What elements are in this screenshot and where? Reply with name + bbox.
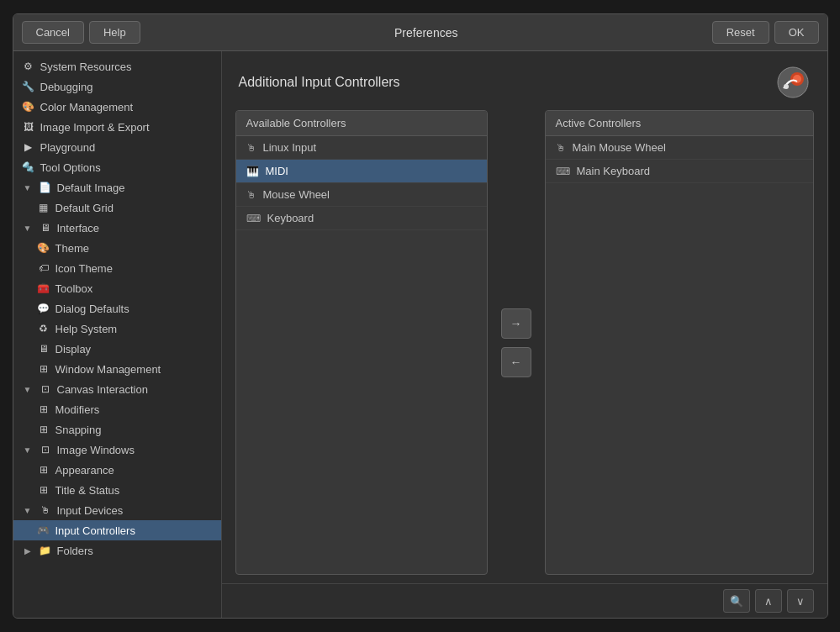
sidebar-item-folders[interactable]: ▶ 📁 Folders xyxy=(13,540,221,561)
default-image-icon: 📄 xyxy=(39,181,52,194)
down-icon: ∨ xyxy=(796,595,805,608)
remove-from-active-button[interactable]: ← xyxy=(501,347,531,377)
reset-button[interactable]: Reset xyxy=(712,21,769,44)
titlebar-left-buttons: Cancel Help xyxy=(22,21,140,44)
controller-keyboard[interactable]: ⌨ Keyboard xyxy=(236,207,487,230)
info-button[interactable]: 🔍 xyxy=(723,589,750,613)
titlebar: Cancel Help Preferences Reset OK xyxy=(13,14,827,51)
sidebar-item-theme[interactable]: 🎨 Theme xyxy=(13,238,221,258)
sidebar-item-tool-options[interactable]: 🔩 Tool Options xyxy=(13,157,221,177)
controller-linux-input[interactable]: 🖱 Linux Input xyxy=(236,136,487,160)
window-title: Preferences xyxy=(147,26,705,40)
move-down-button[interactable]: ∨ xyxy=(787,589,814,613)
sidebar-item-image-windows[interactable]: ▼ ⊡ Image Windows xyxy=(13,440,221,460)
sidebar-item-icon-theme[interactable]: 🏷 Icon Theme xyxy=(13,258,221,278)
preferences-window: Cancel Help Preferences Reset OK ⚙ Syste… xyxy=(13,13,828,619)
available-controllers-panel: Available Controllers 🖱 Linux Input 🎹 MI… xyxy=(235,110,488,575)
sidebar-item-color-management[interactable]: 🎨 Color Management xyxy=(13,97,221,117)
main-content: ⚙ System Resources 🔧 Debugging 🎨 Color M… xyxy=(13,51,827,618)
sidebar-label-debugging: Debugging xyxy=(40,81,93,93)
active-controllers-panel: Active Controllers 🖱 Main Mouse Wheel ⌨ … xyxy=(545,110,814,575)
help-button[interactable]: Help xyxy=(89,21,140,44)
main-keyboard-label: Main Keyboard xyxy=(577,165,650,177)
sidebar-item-appearance[interactable]: ⊞ Appearance xyxy=(13,460,221,480)
add-to-active-button[interactable]: → xyxy=(501,308,531,339)
midi-icon: 🎹 xyxy=(246,166,259,177)
panel-body: Available Controllers 🖱 Linux Input 🎹 MI… xyxy=(222,110,827,583)
sidebar-item-help-system[interactable]: ♻ Help System xyxy=(13,319,221,339)
sidebar-item-canvas-interaction[interactable]: ▼ ⊡ Canvas Interaction xyxy=(13,379,221,399)
folders-arrow: ▶ xyxy=(22,546,34,556)
title-status-icon: ⊞ xyxy=(37,483,50,497)
input-devices-icon: 🖱 xyxy=(39,503,52,517)
image-windows-icon: ⊡ xyxy=(39,443,52,456)
sidebar-label-theme: Theme xyxy=(55,242,89,255)
titlebar-right-buttons: Reset OK xyxy=(712,21,819,44)
sidebar-label-toolbox: Toolbox xyxy=(55,282,93,295)
mouse-wheel-icon: 🖱 xyxy=(246,189,256,201)
left-arrow-icon: ← xyxy=(510,356,522,369)
modifiers-icon: ⊞ xyxy=(37,403,50,416)
sidebar-item-image-import-export[interactable]: 🖼 Image Import & Export xyxy=(13,117,221,137)
icon-theme-icon: 🏷 xyxy=(37,261,50,275)
sidebar-item-interface[interactable]: ▼ 🖥 Interface xyxy=(13,218,221,238)
up-icon: ∧ xyxy=(764,595,773,608)
image-windows-arrow: ▼ xyxy=(22,445,34,455)
ok-button[interactable]: OK xyxy=(774,21,819,44)
display-icon: 🖥 xyxy=(37,342,50,356)
keyboard-icon: ⌨ xyxy=(246,213,261,224)
debugging-icon: 🔧 xyxy=(22,80,35,93)
sidebar-item-input-devices[interactable]: ▼ 🖱 Input Devices xyxy=(13,500,221,520)
controller-main-keyboard[interactable]: ⌨ Main Keyboard xyxy=(546,160,813,183)
linux-input-label: Linux Input xyxy=(263,141,317,154)
color-mgmt-icon: 🎨 xyxy=(22,100,35,113)
main-mouse-wheel-icon: 🖱 xyxy=(556,142,566,154)
import-export-icon: 🖼 xyxy=(22,120,35,134)
sidebar-label-title-status: Title & Status xyxy=(55,484,120,497)
folders-icon: 📁 xyxy=(39,544,52,557)
right-panel: Additional Input Controllers Available C… xyxy=(222,51,827,618)
sidebar-label-help-system: Help System xyxy=(55,323,118,335)
panel-header: Additional Input Controllers xyxy=(222,51,827,110)
controllers-container: Available Controllers 🖱 Linux Input 🎹 MI… xyxy=(235,110,814,575)
midi-label: MIDI xyxy=(266,165,288,177)
help-system-icon: ♻ xyxy=(37,322,50,335)
sidebar-item-debugging[interactable]: 🔧 Debugging xyxy=(13,76,221,97)
controller-midi[interactable]: 🎹 MIDI xyxy=(236,160,487,183)
panel-title: Additional Input Controllers xyxy=(239,75,400,90)
available-controllers-list: 🖱 Linux Input 🎹 MIDI 🖱 Mouse Wheel xyxy=(236,136,487,574)
sidebar-item-window-management[interactable]: ⊞ Window Management xyxy=(13,359,221,379)
available-controllers-header: Available Controllers xyxy=(236,111,487,136)
sidebar-item-system-resources[interactable]: ⚙ System Resources xyxy=(13,56,221,76)
interface-icon: 🖥 xyxy=(39,221,52,234)
window-mgmt-icon: ⊞ xyxy=(37,362,50,376)
theme-icon: 🎨 xyxy=(37,241,50,255)
cancel-button[interactable]: Cancel xyxy=(22,21,84,44)
sidebar-item-default-grid[interactable]: ▦ Default Grid xyxy=(13,198,221,218)
sidebar-item-title-status[interactable]: ⊞ Title & Status xyxy=(13,480,221,500)
sidebar-item-dialog-defaults[interactable]: 💬 Dialog Defaults xyxy=(13,298,221,319)
sidebar-label-input-controllers: Input Controllers xyxy=(55,524,135,537)
dialog-defaults-icon: 💬 xyxy=(37,302,50,315)
sidebar-label-appearance: Appearance xyxy=(55,464,114,477)
linux-input-icon: 🖱 xyxy=(246,142,256,154)
move-up-button[interactable]: ∧ xyxy=(755,589,782,613)
main-mouse-wheel-label: Main Mouse Wheel xyxy=(573,141,666,154)
sidebar-item-input-controllers[interactable]: 🎮 Input Controllers xyxy=(13,520,221,540)
active-controllers-list: 🖱 Main Mouse Wheel ⌨ Main Keyboard xyxy=(546,136,813,574)
controller-main-mouse-wheel[interactable]: 🖱 Main Mouse Wheel xyxy=(546,136,813,160)
sidebar-label-image-import-export: Image Import & Export xyxy=(40,121,150,134)
sidebar-label-snapping: Snapping xyxy=(55,424,102,436)
sidebar-item-toolbox[interactable]: 🧰 Toolbox xyxy=(13,278,221,298)
transfer-buttons: → ← xyxy=(496,110,536,575)
sidebar-item-snapping[interactable]: ⊞ Snapping xyxy=(13,419,221,440)
sidebar-item-display[interactable]: 🖥 Display xyxy=(13,339,221,359)
controller-mouse-wheel[interactable]: 🖱 Mouse Wheel xyxy=(236,183,487,207)
sidebar-item-playground[interactable]: ▶ Playground xyxy=(13,137,221,157)
info-icon: 🔍 xyxy=(730,595,743,608)
sidebar-label-icon-theme: Icon Theme xyxy=(55,262,113,275)
mouse-wheel-label: Mouse Wheel xyxy=(263,188,330,201)
sidebar-item-default-image[interactable]: ▼ 📄 Default Image xyxy=(13,177,221,198)
sidebar-item-modifiers[interactable]: ⊞ Modifiers xyxy=(13,399,221,419)
active-controllers-header: Active Controllers xyxy=(546,111,813,136)
